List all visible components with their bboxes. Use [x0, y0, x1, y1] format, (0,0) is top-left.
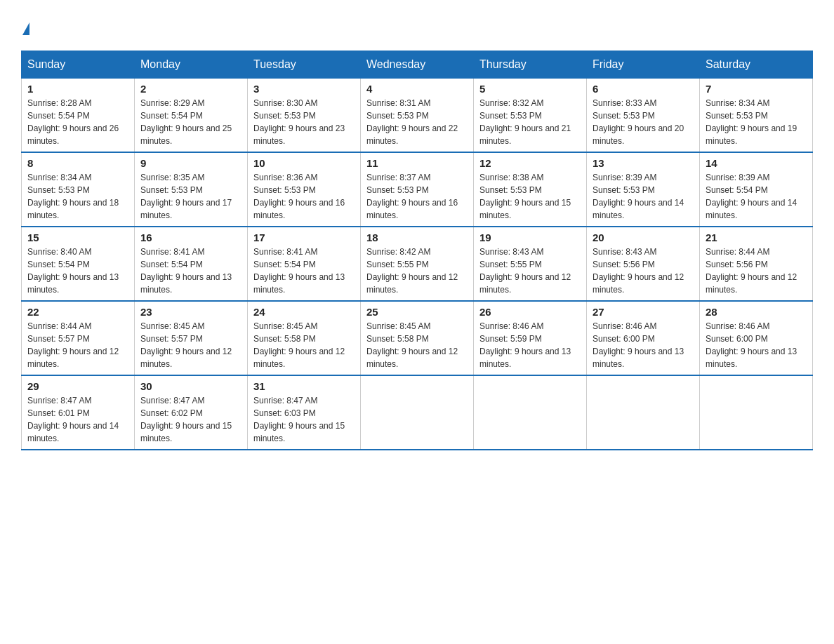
- day-number: 12: [479, 157, 581, 169]
- calendar-cell: 9Sunrise: 8:35 AMSunset: 5:53 PMDaylight…: [135, 152, 248, 227]
- day-info: Sunrise: 8:41 AMSunset: 5:54 PMDaylight:…: [140, 247, 232, 295]
- calendar-cell: 30Sunrise: 8:47 AMSunset: 6:02 PMDayligh…: [135, 375, 248, 450]
- day-number: 13: [593, 157, 694, 169]
- day-number: 24: [253, 306, 355, 318]
- day-number: 17: [253, 232, 355, 243]
- day-number: 30: [140, 380, 241, 392]
- calendar-cell: [700, 375, 813, 450]
- calendar-cell: 17Sunrise: 8:41 AMSunset: 5:54 PMDayligh…: [248, 227, 361, 301]
- page-header: [21, 14, 813, 36]
- calendar-cell: 23Sunrise: 8:45 AMSunset: 5:57 PMDayligh…: [135, 301, 248, 375]
- day-info: Sunrise: 8:31 AMSunset: 5:53 PMDaylight:…: [366, 98, 458, 146]
- day-number: 6: [593, 83, 694, 95]
- calendar-cell: 16Sunrise: 8:41 AMSunset: 5:54 PMDayligh…: [135, 227, 248, 301]
- day-number: 11: [366, 157, 468, 169]
- day-number: 22: [27, 306, 128, 318]
- day-info: Sunrise: 8:40 AMSunset: 5:54 PMDaylight:…: [27, 247, 119, 295]
- day-info: Sunrise: 8:43 AMSunset: 5:56 PMDaylight:…: [593, 247, 684, 295]
- header-day-thursday: Thursday: [474, 51, 587, 79]
- calendar-week-5: 29Sunrise: 8:47 AMSunset: 6:01 PMDayligh…: [22, 375, 813, 450]
- calendar-week-4: 22Sunrise: 8:44 AMSunset: 5:57 PMDayligh…: [22, 301, 813, 375]
- calendar-cell: 31Sunrise: 8:47 AMSunset: 6:03 PMDayligh…: [248, 375, 361, 450]
- day-number: 9: [140, 157, 241, 169]
- day-info: Sunrise: 8:41 AMSunset: 5:54 PMDaylight:…: [253, 247, 345, 295]
- day-number: 4: [366, 83, 468, 95]
- logo-triangle-icon: [22, 22, 29, 35]
- day-info: Sunrise: 8:46 AMSunset: 6:00 PMDaylight:…: [593, 321, 684, 369]
- logo: [21, 14, 29, 36]
- header-day-saturday: Saturday: [700, 51, 813, 79]
- calendar-week-3: 15Sunrise: 8:40 AMSunset: 5:54 PMDayligh…: [22, 227, 813, 301]
- day-number: 5: [479, 83, 581, 95]
- calendar-cell: [361, 375, 474, 450]
- day-info: Sunrise: 8:43 AMSunset: 5:55 PMDaylight:…: [479, 247, 571, 295]
- calendar-cell: 11Sunrise: 8:37 AMSunset: 5:53 PMDayligh…: [361, 152, 474, 227]
- calendar-cell: 24Sunrise: 8:45 AMSunset: 5:58 PMDayligh…: [248, 301, 361, 375]
- header-day-wednesday: Wednesday: [361, 51, 474, 79]
- day-info: Sunrise: 8:38 AMSunset: 5:53 PMDaylight:…: [479, 173, 571, 220]
- logo-line1: [21, 14, 29, 36]
- day-number: 18: [366, 232, 468, 243]
- day-info: Sunrise: 8:39 AMSunset: 5:54 PMDaylight:…: [706, 173, 797, 220]
- day-info: Sunrise: 8:44 AMSunset: 5:57 PMDaylight:…: [27, 321, 119, 369]
- calendar-week-2: 8Sunrise: 8:34 AMSunset: 5:53 PMDaylight…: [22, 152, 813, 227]
- calendar-cell: 2Sunrise: 8:29 AMSunset: 5:54 PMDaylight…: [135, 79, 248, 153]
- calendar-cell: 27Sunrise: 8:46 AMSunset: 6:00 PMDayligh…: [587, 301, 700, 375]
- day-number: 28: [706, 306, 807, 318]
- calendar-cell: 21Sunrise: 8:44 AMSunset: 5:56 PMDayligh…: [700, 227, 813, 301]
- calendar-cell: 22Sunrise: 8:44 AMSunset: 5:57 PMDayligh…: [22, 301, 135, 375]
- day-number: 14: [706, 157, 807, 169]
- calendar-header: SundayMondayTuesdayWednesdayThursdayFrid…: [22, 51, 813, 79]
- day-number: 7: [706, 83, 807, 95]
- day-number: 23: [140, 306, 241, 318]
- header-day-tuesday: Tuesday: [248, 51, 361, 79]
- day-info: Sunrise: 8:36 AMSunset: 5:53 PMDaylight:…: [253, 173, 345, 220]
- day-number: 19: [479, 232, 581, 243]
- day-number: 25: [366, 306, 468, 318]
- day-info: Sunrise: 8:34 AMSunset: 5:53 PMDaylight:…: [27, 173, 119, 220]
- calendar-cell: 25Sunrise: 8:45 AMSunset: 5:58 PMDayligh…: [361, 301, 474, 375]
- calendar-cell: 15Sunrise: 8:40 AMSunset: 5:54 PMDayligh…: [22, 227, 135, 301]
- header-day-friday: Friday: [587, 51, 700, 79]
- day-info: Sunrise: 8:45 AMSunset: 5:57 PMDaylight:…: [140, 321, 232, 369]
- day-info: Sunrise: 8:30 AMSunset: 5:53 PMDaylight:…: [253, 98, 345, 146]
- calendar-cell: 12Sunrise: 8:38 AMSunset: 5:53 PMDayligh…: [474, 152, 587, 227]
- day-number: 20: [593, 232, 694, 243]
- day-info: Sunrise: 8:37 AMSunset: 5:53 PMDaylight:…: [366, 173, 458, 220]
- day-info: Sunrise: 8:45 AMSunset: 5:58 PMDaylight:…: [366, 321, 458, 369]
- calendar-cell: [474, 375, 587, 450]
- calendar-cell: 6Sunrise: 8:33 AMSunset: 5:53 PMDaylight…: [587, 79, 700, 153]
- calendar-cell: 4Sunrise: 8:31 AMSunset: 5:53 PMDaylight…: [361, 79, 474, 153]
- calendar-cell: [587, 375, 700, 450]
- day-number: 2: [140, 83, 241, 95]
- header-day-monday: Monday: [135, 51, 248, 79]
- day-info: Sunrise: 8:47 AMSunset: 6:03 PMDaylight:…: [253, 396, 345, 443]
- calendar-body: 1Sunrise: 8:28 AMSunset: 5:54 PMDaylight…: [22, 79, 813, 450]
- calendar-cell: 19Sunrise: 8:43 AMSunset: 5:55 PMDayligh…: [474, 227, 587, 301]
- day-number: 3: [253, 83, 355, 95]
- day-info: Sunrise: 8:32 AMSunset: 5:53 PMDaylight:…: [479, 98, 571, 146]
- calendar-cell: 10Sunrise: 8:36 AMSunset: 5:53 PMDayligh…: [248, 152, 361, 227]
- day-info: Sunrise: 8:28 AMSunset: 5:54 PMDaylight:…: [27, 98, 119, 146]
- day-info: Sunrise: 8:35 AMSunset: 5:53 PMDaylight:…: [140, 173, 232, 220]
- day-info: Sunrise: 8:46 AMSunset: 6:00 PMDaylight:…: [706, 321, 797, 369]
- day-number: 8: [27, 157, 128, 169]
- day-info: Sunrise: 8:44 AMSunset: 5:56 PMDaylight:…: [706, 247, 797, 295]
- calendar-cell: 1Sunrise: 8:28 AMSunset: 5:54 PMDaylight…: [22, 79, 135, 153]
- calendar-cell: 14Sunrise: 8:39 AMSunset: 5:54 PMDayligh…: [700, 152, 813, 227]
- day-number: 31: [253, 380, 355, 392]
- calendar-cell: 13Sunrise: 8:39 AMSunset: 5:53 PMDayligh…: [587, 152, 700, 227]
- calendar-cell: 29Sunrise: 8:47 AMSunset: 6:01 PMDayligh…: [22, 375, 135, 450]
- day-info: Sunrise: 8:33 AMSunset: 5:53 PMDaylight:…: [593, 98, 684, 146]
- day-number: 21: [706, 232, 807, 243]
- header-day-sunday: Sunday: [22, 51, 135, 79]
- calendar-cell: 8Sunrise: 8:34 AMSunset: 5:53 PMDaylight…: [22, 152, 135, 227]
- calendar-cell: 7Sunrise: 8:34 AMSunset: 5:53 PMDaylight…: [700, 79, 813, 153]
- day-number: 26: [479, 306, 581, 318]
- day-info: Sunrise: 8:47 AMSunset: 6:02 PMDaylight:…: [140, 396, 232, 443]
- day-info: Sunrise: 8:34 AMSunset: 5:53 PMDaylight:…: [706, 98, 797, 146]
- calendar-cell: 28Sunrise: 8:46 AMSunset: 6:00 PMDayligh…: [700, 301, 813, 375]
- day-info: Sunrise: 8:45 AMSunset: 5:58 PMDaylight:…: [253, 321, 345, 369]
- calendar-cell: 3Sunrise: 8:30 AMSunset: 5:53 PMDaylight…: [248, 79, 361, 153]
- day-number: 10: [253, 157, 355, 169]
